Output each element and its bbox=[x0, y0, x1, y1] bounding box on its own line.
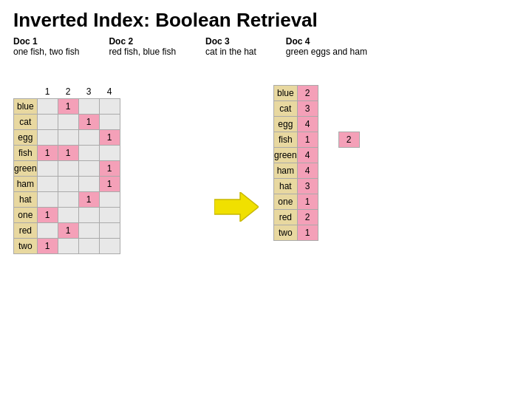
left-matrix-cell bbox=[78, 223, 99, 239]
right-table-row: blue2 bbox=[274, 86, 360, 101]
left-word-cell: hat bbox=[14, 192, 38, 208]
right-word-cell: blue bbox=[274, 86, 298, 101]
left-table-row: two1 bbox=[14, 239, 120, 254]
svg-marker-0 bbox=[214, 192, 259, 222]
left-matrix-cell bbox=[58, 177, 78, 192]
doc3-text: cat in the hat bbox=[205, 47, 256, 57]
right-posting-cell: 2 bbox=[297, 86, 318, 101]
doc3-header: Doc 3 cat in the hat bbox=[205, 36, 256, 57]
left-matrix-cell bbox=[58, 192, 78, 208]
left-matrix-cell bbox=[58, 208, 78, 223]
left-matrix-cell: 1 bbox=[58, 223, 78, 239]
right-table-row: one1 bbox=[274, 194, 360, 210]
doc-headers: Doc 1 one fish, two fish Doc 2 red fish,… bbox=[0, 36, 532, 57]
left-table-row: cat1 bbox=[14, 115, 120, 130]
left-matrix-cell: 1 bbox=[99, 161, 120, 177]
right-word-cell: egg bbox=[274, 117, 298, 132]
left-word-cell: one bbox=[14, 208, 38, 223]
left-matrix-cell bbox=[37, 192, 58, 208]
left-matrix-cell: 1 bbox=[37, 239, 58, 254]
left-word-cell: egg bbox=[14, 130, 38, 146]
doc3-num: Doc 3 bbox=[205, 36, 256, 47]
left-matrix-cell bbox=[99, 146, 120, 161]
left-word-cell: two bbox=[14, 239, 38, 254]
left-word-cell: red bbox=[14, 223, 38, 239]
left-matrix-cell bbox=[99, 208, 120, 223]
left-matrix-cell: 1 bbox=[58, 146, 78, 161]
left-matrix-cell bbox=[78, 177, 99, 192]
right-word-cell: hat bbox=[274, 179, 298, 194]
doc2-text: red fish, blue fish bbox=[109, 47, 176, 57]
right-word-cell: one bbox=[274, 194, 298, 210]
left-matrix-cell: 1 bbox=[99, 130, 120, 146]
left-index-table: 1 2 3 4 blue1cat1egg1fish11green1ham1hat… bbox=[13, 85, 120, 254]
right-posting-cell: 1 bbox=[297, 194, 318, 210]
doc1-header: Doc 1 one fish, two fish bbox=[13, 36, 79, 57]
col-header-1: 1 bbox=[37, 85, 58, 99]
left-table-row: fish11 bbox=[14, 146, 120, 161]
left-table-row: green1 bbox=[14, 161, 120, 177]
right-word-cell: ham bbox=[274, 163, 298, 179]
left-matrix-cell: 1 bbox=[37, 208, 58, 223]
left-matrix-cell bbox=[78, 161, 99, 177]
left-matrix-cell bbox=[78, 130, 99, 146]
left-table-row: hat1 bbox=[14, 192, 120, 208]
right-arrow-icon bbox=[214, 192, 259, 222]
right-posting-cell: 1 bbox=[297, 225, 318, 241]
right-table-row: green4 bbox=[274, 148, 360, 163]
right-word-cell: two bbox=[274, 225, 298, 241]
right-table-row: red2 bbox=[274, 210, 360, 225]
right-table-row: cat3 bbox=[274, 101, 360, 117]
right-posting-cell: 4 bbox=[297, 117, 318, 132]
right-table-row: ham4 bbox=[274, 163, 360, 179]
left-word-cell: ham bbox=[14, 177, 38, 192]
left-matrix-cell bbox=[78, 208, 99, 223]
right-posting-cell: 2 bbox=[297, 210, 318, 225]
left-matrix-cell: 1 bbox=[99, 177, 120, 192]
doc1-num: Doc 1 bbox=[13, 36, 79, 47]
doc4-num: Doc 4 bbox=[286, 36, 367, 47]
right-word-cell: fish bbox=[274, 132, 298, 148]
left-matrix-cell bbox=[58, 239, 78, 254]
left-matrix-cell bbox=[37, 130, 58, 146]
left-matrix-cell bbox=[78, 239, 99, 254]
left-word-cell: cat bbox=[14, 115, 38, 130]
left-matrix-cell: 1 bbox=[37, 146, 58, 161]
left-matrix-cell bbox=[37, 161, 58, 177]
left-matrix-cell bbox=[37, 99, 58, 115]
left-table-row: ham1 bbox=[14, 177, 120, 192]
left-matrix-cell bbox=[99, 239, 120, 254]
left-matrix-cell bbox=[37, 223, 58, 239]
right-table-row: two1 bbox=[274, 225, 360, 241]
right-word-cell: red bbox=[274, 210, 298, 225]
left-word-cell: green bbox=[14, 161, 38, 177]
left-matrix-cell bbox=[99, 223, 120, 239]
right-word-cell: green bbox=[274, 148, 298, 163]
left-table-row: red1 bbox=[14, 223, 120, 239]
left-word-cell: blue bbox=[14, 99, 38, 115]
doc4-header: Doc 4 green eggs and ham bbox=[286, 36, 367, 57]
right-index-table: blue2cat3egg4fish12green4ham4hat3one1red… bbox=[273, 85, 360, 241]
doc2-header: Doc 2 red fish, blue fish bbox=[109, 36, 176, 57]
left-table-row: one1 bbox=[14, 208, 120, 223]
right-posting-cell: 4 bbox=[297, 148, 318, 163]
left-matrix-cell bbox=[37, 177, 58, 192]
page-title: Inverted Index: Boolean Retrieval bbox=[0, 0, 532, 36]
right-posting-cell: 1 bbox=[297, 132, 318, 148]
arrow-container bbox=[214, 192, 259, 225]
left-matrix-cell bbox=[78, 99, 99, 115]
left-matrix-cell bbox=[58, 161, 78, 177]
right-word-cell: cat bbox=[274, 101, 298, 117]
col-header-2: 2 bbox=[58, 85, 78, 99]
doc2-num: Doc 2 bbox=[109, 36, 176, 47]
left-matrix-cell: 1 bbox=[78, 115, 99, 130]
left-matrix-cell: 1 bbox=[58, 99, 78, 115]
right-posting-cell: 3 bbox=[297, 179, 318, 194]
left-matrix-cell bbox=[99, 99, 120, 115]
doc1-text: one fish, two fish bbox=[13, 47, 79, 57]
right-posting-cell: 2 bbox=[338, 132, 359, 148]
col-header-4: 4 bbox=[99, 85, 120, 99]
left-matrix-cell bbox=[78, 146, 99, 161]
right-table-row: fish12 bbox=[274, 132, 360, 148]
left-matrix-cell: 1 bbox=[78, 192, 99, 208]
